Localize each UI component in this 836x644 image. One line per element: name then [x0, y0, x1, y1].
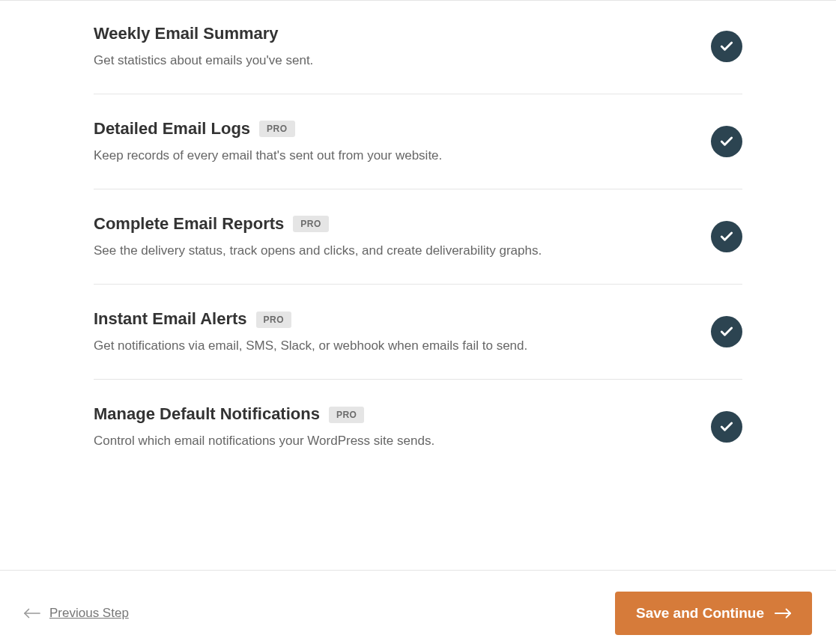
feature-complete-email-reports: Complete Email Reports PRO See the deliv…: [94, 189, 742, 285]
feature-description: Keep records of every email that's sent …: [94, 146, 711, 165]
arrow-right-icon: [775, 608, 791, 619]
check-icon: [719, 39, 734, 54]
feature-description: Get notifications via email, SMS, Slack,…: [94, 336, 711, 356]
feature-toggle[interactable]: [711, 31, 742, 62]
feature-text: Detailed Email Logs PRO Keep records of …: [94, 118, 711, 165]
feature-text: Weekly Email Summary Get statistics abou…: [94, 23, 711, 70]
feature-title-row: Detailed Email Logs PRO: [94, 118, 711, 140]
arrow-left-icon: [24, 608, 40, 619]
check-icon: [719, 229, 734, 244]
previous-step-label: Previous Step: [49, 606, 129, 621]
feature-text: Manage Default Notifications PRO Control…: [94, 404, 711, 450]
feature-text: Complete Email Reports PRO See the deliv…: [94, 213, 711, 260]
feature-title: Weekly Email Summary: [94, 23, 279, 45]
feature-description: Get statistics about emails you've sent.: [94, 51, 711, 70]
previous-step-link[interactable]: Previous Step: [24, 606, 129, 621]
feature-toggle[interactable]: [711, 316, 742, 347]
feature-title: Detailed Email Logs: [94, 118, 250, 140]
check-icon: [719, 134, 734, 149]
feature-title: Instant Email Alerts: [94, 309, 247, 330]
feature-manage-default-notifications: Manage Default Notifications PRO Control…: [94, 380, 742, 474]
feature-description: Control which email notifications your W…: [94, 431, 711, 451]
save-button-label: Save and Continue: [636, 605, 764, 622]
feature-detailed-email-logs: Detailed Email Logs PRO Keep records of …: [94, 94, 742, 189]
check-icon: [719, 419, 734, 434]
feature-title-row: Manage Default Notifications PRO: [94, 404, 711, 425]
feature-weekly-email-summary: Weekly Email Summary Get statistics abou…: [94, 23, 742, 94]
feature-title: Complete Email Reports: [94, 213, 284, 235]
feature-toggle[interactable]: [711, 221, 742, 252]
feature-text: Instant Email Alerts PRO Get notificatio…: [94, 309, 711, 355]
feature-title-row: Instant Email Alerts PRO: [94, 309, 711, 330]
check-icon: [719, 324, 734, 339]
pro-badge: PRO: [259, 121, 295, 137]
feature-title-row: Complete Email Reports PRO: [94, 213, 711, 235]
pro-badge: PRO: [293, 216, 329, 232]
feature-toggle[interactable]: [711, 126, 742, 157]
feature-toggle[interactable]: [711, 411, 742, 443]
save-and-continue-button[interactable]: Save and Continue: [615, 592, 812, 635]
pro-badge: PRO: [329, 407, 365, 423]
feature-title-row: Weekly Email Summary: [94, 23, 711, 45]
pro-badge: PRO: [256, 312, 292, 328]
feature-instant-email-alerts: Instant Email Alerts PRO Get notificatio…: [94, 285, 742, 380]
feature-title: Manage Default Notifications: [94, 404, 320, 425]
footer: Previous Step Save and Continue: [0, 570, 836, 644]
features-list: Weekly Email Summary Get statistics abou…: [0, 1, 836, 474]
feature-description: See the delivery status, track opens and…: [94, 241, 711, 261]
